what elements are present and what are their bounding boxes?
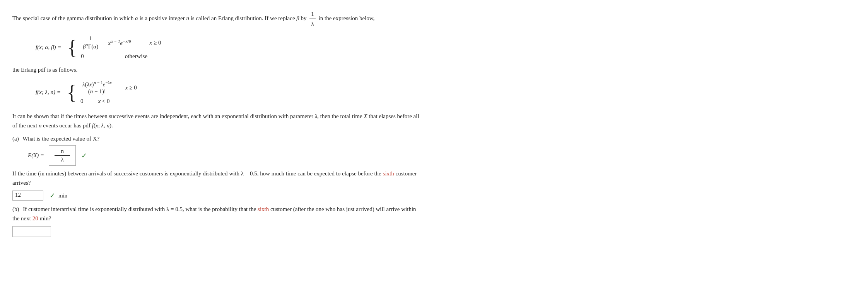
part-a-label: (a) — [12, 136, 19, 142]
intro-fraction-num: 1 — [309, 9, 316, 19]
part-b-question: (b) If customer interarrival time is exp… — [12, 204, 422, 223]
erlang-case1-condition: x ≥ 0 — [125, 84, 137, 91]
min-label: min — [58, 192, 67, 199]
erlang-case2-condition: x < 0 — [98, 98, 109, 105]
gamma-case2-condition: otherwise — [125, 53, 147, 60]
erlang-case1-num: λ(λx)n − 1e−λx — [80, 80, 114, 88]
erlang-case1: λ(λx)n − 1e−λx (n − 1)! x ≥ 0 — [80, 80, 137, 95]
gamma-case2: 0 otherwise — [81, 53, 161, 60]
gamma-case1-num: 1 — [87, 35, 94, 42]
erlang-case2: 0 x < 0 — [80, 98, 137, 105]
minutes-line: 12 ✓ min — [12, 191, 422, 201]
ex-answer-num: n — [55, 148, 70, 156]
ex-answer-box: n λ — [49, 145, 76, 166]
twenty-word: 20 — [32, 215, 38, 221]
follow-up-text: If the time (in minutes) between arrival… — [12, 169, 422, 187]
part-b-input[interactable] — [12, 226, 51, 237]
gamma-cases: 1 βαΓ(α) xα − 1e−x/β x ≥ 0 0 otherwise — [81, 35, 161, 60]
ex-check-mark: ✓ — [81, 151, 87, 160]
sixth-word-a: sixth — [383, 170, 394, 177]
part-a-question-line: (a) What is the expected value of X? — [12, 136, 422, 142]
it-can-text: It can be shown that if the times betwee… — [12, 112, 422, 130]
erlang-case1-den: (n − 1)! — [86, 88, 108, 95]
intro-paragraph: The special case of the gamma distributi… — [12, 9, 422, 28]
minutes-check-mark: ✓ — [50, 191, 55, 200]
part-b-answer-area — [12, 226, 422, 239]
erlang-left-brace: { — [67, 82, 77, 103]
part-b-block: (b) If customer interarrival time is exp… — [12, 204, 422, 239]
ex-equation-line: E(X) = n λ ✓ — [28, 145, 422, 166]
erlang-cases: λ(λx)n − 1e−λx (n − 1)! x ≥ 0 0 x < 0 — [80, 80, 137, 105]
part-a-question: What is the expected value of X? — [22, 136, 99, 142]
ex-answer-den: λ — [61, 156, 64, 163]
gamma-pdf-block: f(x; α, β) = { 1 βαΓ(α) xα − 1e−x/β x ≥ … — [36, 35, 422, 60]
sixth-word-b: sixth — [258, 206, 269, 212]
gamma-pdf-label: f(x; α, β) = — [36, 44, 61, 51]
gamma-case1-formula: xα − 1e−x/β — [108, 39, 131, 46]
minutes-input[interactable]: 12 — [12, 191, 43, 201]
part-b-label: (b) — [12, 206, 19, 212]
part-a-block: (a) What is the expected value of X? E(X… — [12, 136, 422, 201]
gamma-case1: 1 βαΓ(α) xα − 1e−x/β x ≥ 0 — [81, 35, 161, 50]
ex-label: E(X) = — [28, 152, 44, 159]
erlang-case2-value: 0 — [80, 98, 84, 105]
left-brace: { — [67, 38, 77, 58]
gamma-case1-condition: x ≥ 0 — [150, 39, 161, 46]
gamma-case2-value: 0 — [81, 53, 84, 60]
intro-fraction-den: λ — [309, 19, 315, 28]
erlang-pdf-label: f(x; λ, n) = — [36, 89, 61, 96]
erlang-section-text: the Erlang pdf is as follows. — [12, 67, 422, 73]
erlang-pdf-block: f(x; λ, n) = { λ(λx)n − 1e−λx (n − 1)! x… — [36, 80, 422, 105]
intro-suffix: in the expression below, — [319, 15, 375, 21]
gamma-case1-den: βαΓ(α) — [81, 42, 100, 50]
